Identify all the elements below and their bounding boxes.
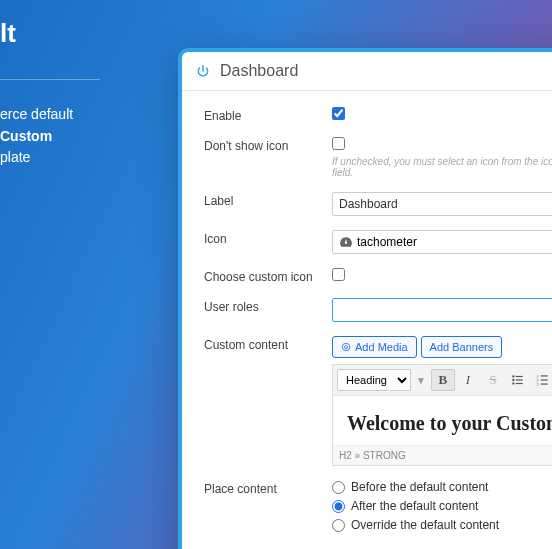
user-roles-label: User roles <box>204 298 332 314</box>
svg-point-5 <box>512 382 514 384</box>
bold-button[interactable]: B <box>431 369 455 391</box>
label-field-label: Label <box>204 192 332 208</box>
choose-custom-icon-label: Choose custom icon <box>204 268 332 284</box>
label-input[interactable] <box>332 192 552 216</box>
promo-text-block: lt erce default Custom plate <box>0 0 175 169</box>
dont-show-icon-checkbox[interactable] <box>332 137 345 150</box>
power-icon <box>196 64 210 78</box>
svg-rect-8 <box>541 375 548 376</box>
media-icon <box>341 342 351 352</box>
number-list-icon: 123 <box>536 373 550 387</box>
tachometer-icon <box>339 235 353 249</box>
dont-show-icon-label: Don't show icon <box>204 137 332 153</box>
italic-button[interactable]: I <box>456 369 480 391</box>
icon-input[interactable] <box>357 235 552 249</box>
add-banners-label: Add Banners <box>430 341 494 353</box>
promo-bold: Custom <box>0 128 52 144</box>
editor-content[interactable]: Welcome to your Custom <box>333 396 552 445</box>
place-content-radio-after[interactable] <box>332 500 345 513</box>
editor-element-path: H2 » STRONG <box>333 445 552 465</box>
enable-label: Enable <box>204 107 332 123</box>
add-banners-button[interactable]: Add Banners <box>421 336 503 358</box>
place-content-option-before[interactable]: Before the default content <box>332 480 552 494</box>
enable-checkbox[interactable] <box>332 107 345 120</box>
svg-point-1 <box>512 375 514 377</box>
settings-modal: Dashboard Enable Don't show icon If unch… <box>178 48 552 549</box>
add-media-button[interactable]: Add Media <box>332 336 417 358</box>
place-content-radio-before[interactable] <box>332 481 345 494</box>
custom-content-label: Custom content <box>204 336 332 352</box>
place-content-radio-override[interactable] <box>332 519 345 532</box>
place-content-option-after[interactable]: After the default content <box>332 499 552 513</box>
rich-text-editor: Heading 2 ▼ B I S 123 <box>332 364 552 466</box>
format-select[interactable]: Heading 2 <box>337 369 411 391</box>
divider <box>0 79 100 80</box>
icon-field-label: Icon <box>204 230 332 246</box>
bullet-list-icon <box>511 373 525 387</box>
svg-rect-2 <box>516 376 523 377</box>
svg-point-0 <box>342 343 350 351</box>
svg-rect-12 <box>541 384 548 385</box>
dont-show-icon-hint: If unchecked, you must select an icon fr… <box>332 156 552 178</box>
svg-rect-10 <box>541 379 548 380</box>
promo-line1: erce default <box>0 106 73 122</box>
place-content-option-after-label: After the default content <box>351 499 478 513</box>
place-content-option-override[interactable]: Override the default content <box>332 518 552 532</box>
dropdown-caret-icon: ▼ <box>416 375 426 386</box>
promo-title-fragment: lt <box>0 18 175 79</box>
promo-body: erce default Custom plate <box>0 104 175 169</box>
svg-rect-4 <box>516 379 523 380</box>
add-media-label: Add Media <box>355 341 408 353</box>
place-content-option-override-label: Override the default content <box>351 518 499 532</box>
place-content-label: Place content <box>204 480 332 496</box>
modal-header: Dashboard <box>182 52 552 91</box>
number-list-button[interactable]: 123 <box>531 369 552 391</box>
strike-button[interactable]: S <box>481 369 505 391</box>
svg-text:3: 3 <box>536 382 538 387</box>
svg-rect-6 <box>516 383 523 384</box>
svg-point-3 <box>512 379 514 381</box>
bullet-list-button[interactable] <box>506 369 530 391</box>
user-roles-input[interactable] <box>332 298 552 322</box>
place-content-option-before-label: Before the default content <box>351 480 488 494</box>
editor-toolbar: Heading 2 ▼ B I S 123 <box>333 365 552 396</box>
choose-custom-icon-checkbox[interactable] <box>332 268 345 281</box>
promo-line3: plate <box>0 149 30 165</box>
modal-title: Dashboard <box>220 62 298 80</box>
